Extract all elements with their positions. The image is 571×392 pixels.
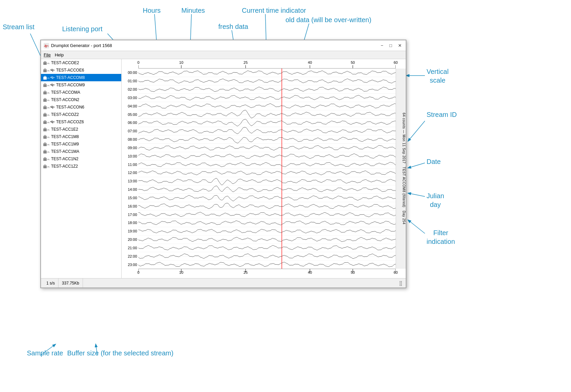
- close-button[interactable]: ✕: [397, 43, 403, 48]
- ytick-02:00: 02:00: [128, 87, 137, 91]
- annotation-vertical-scale: Verticalscale: [427, 67, 449, 85]
- plot-canvas: [138, 69, 396, 269]
- minimize-button[interactable]: −: [380, 43, 385, 48]
- stream-icon: PHC: [43, 127, 50, 132]
- svg-text:PHC: PHC: [47, 166, 50, 168]
- annotation-filter: Filterindication: [427, 228, 455, 246]
- svg-rect-25: [43, 99, 47, 102]
- axis-bottom: 01025405060: [138, 269, 396, 278]
- ytick-20:00: 20:00: [128, 237, 137, 242]
- ytick-11:00: 11:00: [128, 163, 137, 167]
- stream-item-test-accom8[interactable]: PHCTEST-ACCOM8: [41, 74, 121, 81]
- status-bar: 1 s/s 337.75Kb ⣿: [41, 278, 406, 288]
- ytick-19:00: 19:00: [128, 229, 137, 233]
- scrollbar-area[interactable]: ⣿: [83, 278, 404, 288]
- stream-item-test-acc1ma[interactable]: PHCTEST-ACC1MA: [41, 148, 121, 155]
- stream-item-test-acc1z2[interactable]: PHCTEST-ACC1Z2: [41, 163, 121, 170]
- plot-sidebar: 64 counts — Mon 11 Sep 2017 TEST ACCOM8 …: [396, 69, 406, 269]
- svg-rect-41: [43, 158, 47, 161]
- ytick-06:00: 06:00: [128, 121, 137, 125]
- svg-text:PHC: PHC: [47, 62, 50, 64]
- svg-rect-43: [43, 166, 47, 168]
- svg-line-9: [408, 163, 425, 168]
- svg-text:PHC: PHC: [47, 85, 50, 87]
- menu-file[interactable]: File: [44, 52, 51, 57]
- annotation-julian-day: Julianday: [427, 191, 444, 209]
- annotation-minutes: Minutes: [181, 7, 205, 14]
- ytick-10:00: 10:00: [128, 154, 137, 158]
- ytick-07:00: 07:00: [128, 129, 137, 133]
- stream-item-test-acc1n2[interactable]: PHCTEST-ACC1N2: [41, 155, 121, 163]
- stream-name: TEST-ACCOZ6: [56, 120, 84, 124]
- stream-item-test-accoe2[interactable]: PHCTEST-ACCOE2: [41, 59, 121, 67]
- stream-name: TEST-ACC1MA: [51, 149, 79, 154]
- plot-rows: 00:0001:0002:0003:0004:0005:0006:0007:00…: [122, 69, 406, 269]
- ytick-13:00: 13:00: [128, 179, 137, 183]
- ytick-09:00: 09:00: [128, 146, 137, 150]
- stream-icon: PHC: [43, 105, 55, 110]
- ytick-03:00: 03:00: [128, 96, 137, 100]
- stream-icon: PHC: [43, 134, 50, 139]
- ytick-23:00: 23:00: [128, 263, 137, 267]
- stream-name: TEST-ACCOM9: [56, 83, 85, 87]
- stream-name: TEST-ACCOM8: [56, 75, 85, 80]
- annotation-current-time: Current time indicator: [242, 7, 306, 14]
- stream-item-test-acc1m8[interactable]: PHCTEST-ACC1M8: [41, 133, 121, 140]
- stream-icon: PHC: [43, 149, 50, 154]
- svg-rect-35: [43, 136, 47, 139]
- stream-name: TEST-ACCOE6: [56, 68, 84, 73]
- svg-line-11: [408, 220, 425, 233]
- stream-item-test-accoz2[interactable]: PHCTEST-ACCOZ2: [41, 111, 121, 118]
- ytick-04:00: 04:00: [128, 104, 137, 108]
- stream-list[interactable]: PHCTEST-ACCOE2PHCTEST-ACCOE6PHCTEST-ACCO…: [41, 59, 122, 278]
- svg-rect-27: [43, 106, 47, 109]
- app-icon: [44, 43, 49, 48]
- svg-text:PHC: PHC: [47, 77, 50, 79]
- svg-rect-17: [43, 70, 47, 72]
- annotation-buffer-size: Buffer size (for the selected stream): [67, 349, 173, 357]
- stream-item-test-accoma[interactable]: PHCTEST-ACCOMA: [41, 89, 121, 96]
- ytick-12:00: 12:00: [128, 171, 137, 175]
- annotation-sample-rate: Sample rate: [27, 349, 63, 357]
- svg-rect-19: [43, 77, 47, 80]
- stream-icon: PHC: [43, 112, 50, 117]
- menu-help[interactable]: Help: [55, 52, 64, 57]
- scrollbar-icon: ⣿: [399, 280, 402, 286]
- svg-rect-33: [43, 129, 47, 131]
- stream-item-test-acc1m9[interactable]: PHCTEST-ACC1M9: [41, 140, 121, 148]
- svg-text:PHC: PHC: [47, 107, 50, 109]
- stream-item-test-acc1e2[interactable]: PHCTEST-ACC1E2: [41, 126, 121, 133]
- svg-rect-31: [43, 121, 47, 124]
- stream-icon: PHC: [43, 120, 55, 124]
- ytick-14:00: 14:00: [128, 187, 137, 191]
- app-window: Drumplot Generator - port 1568 − □ ✕ Fil…: [40, 40, 406, 288]
- window-title: Drumplot Generator - port 1568: [51, 43, 112, 48]
- ytick-18:00: 18:00: [128, 221, 137, 225]
- svg-text:PHC: PHC: [47, 144, 50, 146]
- annotation-old-data: old data (will be over-written): [286, 16, 371, 24]
- stream-item-test-accom9[interactable]: PHCTEST-ACCOM9: [41, 81, 121, 89]
- svg-text:PHC: PHC: [47, 92, 50, 94]
- svg-text:PHC: PHC: [47, 129, 50, 131]
- y-axis: 00:0001:0002:0003:0004:0005:0006:0007:00…: [122, 69, 138, 269]
- stream-name: TEST-ACCON6: [56, 105, 84, 110]
- svg-line-8: [408, 121, 425, 141]
- content-area: PHCTEST-ACCOE2PHCTEST-ACCOE6PHCTEST-ACCO…: [41, 59, 406, 278]
- annotation-listening-port: Listening port: [62, 25, 102, 33]
- stream-name: TEST-ACCON2: [51, 97, 79, 102]
- annotation-fresh-data: fresh data: [218, 23, 248, 31]
- svg-text:PHC: PHC: [47, 114, 50, 116]
- svg-text:PHC: PHC: [47, 122, 50, 124]
- maximize-button[interactable]: □: [388, 43, 393, 48]
- ytick-00:00: 00:00: [128, 71, 137, 75]
- ytick-01:00: 01:00: [128, 79, 137, 83]
- svg-line-10: [408, 193, 425, 197]
- svg-rect-29: [43, 114, 47, 117]
- annotation-stream-id: Stream ID: [427, 111, 457, 119]
- stream-item-test-accon2[interactable]: PHCTEST-ACCON2: [41, 96, 121, 103]
- svg-text:PHC: PHC: [47, 151, 50, 153]
- stream-item-test-accon6[interactable]: PHCTEST-ACCON6: [41, 103, 121, 111]
- stream-item-test-accoe6[interactable]: PHCTEST-ACCOE6: [41, 67, 121, 74]
- stream-item-test-accoz6[interactable]: PHCTEST-ACCOZ6: [41, 118, 121, 126]
- stream-name: TEST-ACC1N2: [51, 157, 78, 161]
